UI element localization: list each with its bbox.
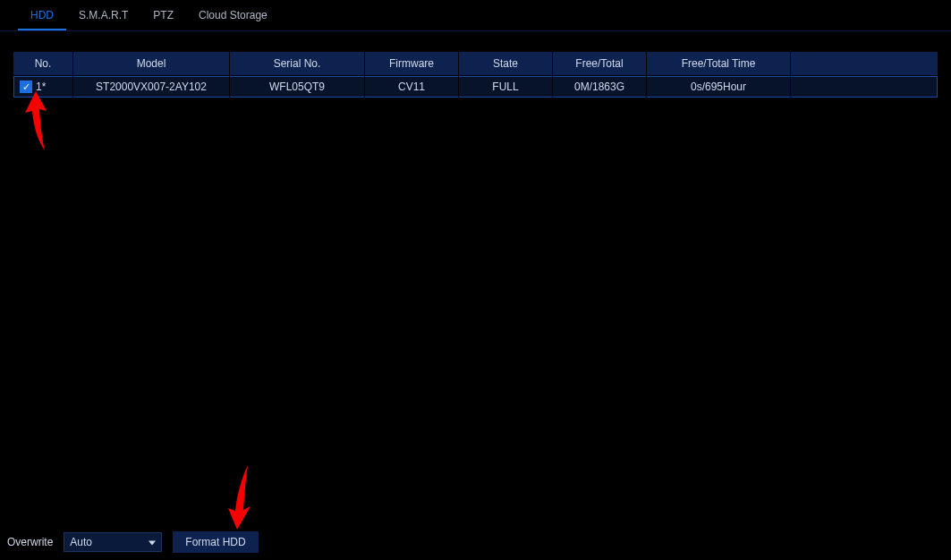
- header-firmware[interactable]: Firmware: [365, 52, 458, 75]
- header-model[interactable]: Model: [73, 52, 229, 75]
- hdd-table-container: No. Model Serial No. Firmware State Free…: [13, 51, 938, 98]
- tab-ptz[interactable]: PTZ: [140, 5, 186, 30]
- cell-model: ST2000VX007-2AY102: [73, 76, 229, 98]
- header-serial[interactable]: Serial No.: [230, 52, 364, 75]
- tab-smart[interactable]: S.M.A.R.T: [66, 5, 140, 30]
- cell-firmware: CV11: [365, 76, 458, 98]
- cell-free-total-time: 0s/695Hour: [647, 76, 790, 98]
- cell-serial: WFL05QT9: [230, 76, 364, 98]
- header-empty: [791, 52, 938, 75]
- overwrite-value: Auto: [70, 536, 92, 548]
- annotation-arrow-icon: [228, 465, 255, 530]
- table-row[interactable]: 1* ST2000VX007-2AY102 WFL05QT9 CV11 FULL…: [13, 76, 938, 98]
- tab-hdd[interactable]: HDD: [18, 5, 66, 30]
- header-state[interactable]: State: [459, 52, 552, 75]
- cell-no: 1*: [36, 81, 46, 93]
- format-hdd-button[interactable]: Format HDD: [173, 531, 258, 553]
- header-no[interactable]: No.: [13, 52, 72, 75]
- hdd-table: No. Model Serial No. Firmware State Free…: [13, 51, 938, 98]
- tabs-bar: HDD S.M.A.R.T PTZ Cloud Storage: [0, 0, 951, 31]
- tab-cloud-storage[interactable]: Cloud Storage: [186, 5, 280, 30]
- header-free-total[interactable]: Free/Total: [553, 52, 646, 75]
- cell-free-total: 0M/1863G: [553, 76, 646, 98]
- header-free-total-time[interactable]: Free/Total Time: [647, 52, 790, 75]
- footer-bar: Overwrite Auto Format HDD: [7, 531, 259, 553]
- overwrite-select[interactable]: Auto: [64, 532, 162, 552]
- overwrite-label: Overwrite: [7, 536, 53, 548]
- cell-state: FULL: [459, 76, 552, 98]
- annotation-arrow-icon: [23, 91, 48, 152]
- cell-empty: [791, 76, 938, 98]
- row-checkbox[interactable]: [20, 81, 32, 93]
